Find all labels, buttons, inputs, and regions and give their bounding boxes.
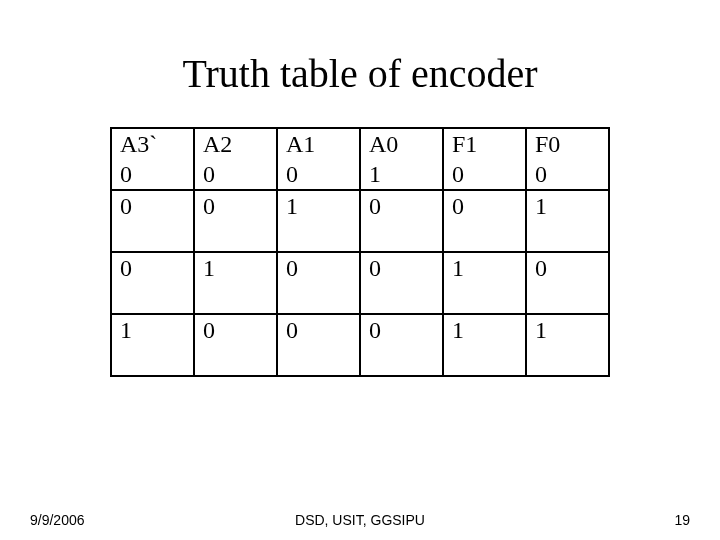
table-cell: 0 (526, 252, 609, 314)
table-cell: 0 (194, 190, 277, 252)
table-cell: 0 (194, 314, 277, 376)
footer-center: DSD, USIT, GGSIPU (0, 512, 720, 528)
header-label: F1 (452, 129, 517, 159)
table-cell: 1 (277, 190, 360, 252)
table-cell: 0 (111, 252, 194, 314)
header-label: F0 (535, 129, 600, 159)
table-row: 0 1 0 0 1 0 (111, 252, 609, 314)
table-cell: 0 (277, 252, 360, 314)
table-cell: 0 (360, 314, 443, 376)
table-cell: 0 (111, 190, 194, 252)
header-cell-a1: A1 0 (277, 128, 360, 190)
header-value: 0 (203, 159, 268, 189)
table-row: 1 0 0 0 1 1 (111, 314, 609, 376)
table-cell: 0 (360, 190, 443, 252)
table-cell: 1 (111, 314, 194, 376)
header-cell-a3: A3` 0 (111, 128, 194, 190)
header-label: A2 (203, 129, 268, 159)
header-value: 0 (286, 159, 351, 189)
table-cell: 1 (443, 252, 526, 314)
header-label: A0 (369, 129, 434, 159)
footer-page-number: 19 (674, 512, 690, 528)
header-cell-f1: F1 0 (443, 128, 526, 190)
header-value: 0 (535, 159, 600, 189)
header-cell-a2: A2 0 (194, 128, 277, 190)
table-cell: 0 (360, 252, 443, 314)
header-label: A3` (120, 129, 185, 159)
truth-table-container: A3` 0 A2 0 A1 0 A0 1 F1 0 (0, 127, 720, 377)
table-row: 0 0 1 0 0 1 (111, 190, 609, 252)
table-cell: 1 (443, 314, 526, 376)
table-cell: 1 (194, 252, 277, 314)
truth-table: A3` 0 A2 0 A1 0 A0 1 F1 0 (110, 127, 610, 377)
header-value: 0 (120, 159, 185, 189)
header-value: 1 (369, 159, 434, 189)
table-cell: 1 (526, 190, 609, 252)
header-cell-a0: A0 1 (360, 128, 443, 190)
header-value: 0 (452, 159, 517, 189)
slide-title: Truth table of encoder (0, 0, 720, 127)
table-cell: 1 (526, 314, 609, 376)
header-cell-f0: F0 0 (526, 128, 609, 190)
table-cell: 0 (443, 190, 526, 252)
slide: Truth table of encoder A3` 0 A2 0 A1 0 A… (0, 0, 720, 540)
header-label: A1 (286, 129, 351, 159)
table-cell: 0 (277, 314, 360, 376)
table-header-row: A3` 0 A2 0 A1 0 A0 1 F1 0 (111, 128, 609, 190)
